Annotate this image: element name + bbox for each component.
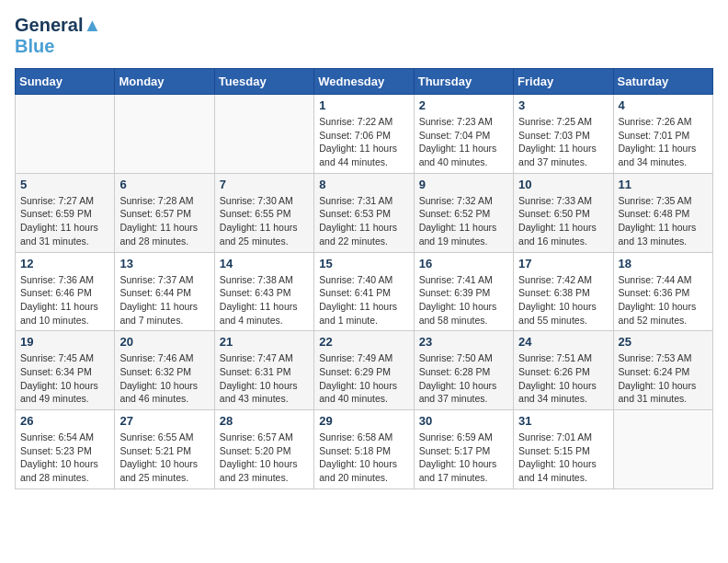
calendar-cell: 19Sunrise: 7:45 AMSunset: 6:34 PMDayligh… [16, 331, 115, 410]
day-info: Sunrise: 6:54 AMSunset: 5:23 PMDaylight:… [20, 431, 109, 485]
calendar-table: SundayMondayTuesdayWednesdayThursdayFrid… [15, 68, 713, 489]
week-row-3: 12Sunrise: 7:36 AMSunset: 6:46 PMDayligh… [16, 252, 713, 331]
day-info: Sunrise: 7:30 AMSunset: 6:55 PMDaylight:… [220, 194, 309, 248]
day-number: 12 [20, 257, 109, 270]
calendar-cell [16, 95, 115, 174]
day-header-friday: Friday [514, 69, 613, 95]
day-number: 9 [419, 178, 508, 191]
day-info: Sunrise: 6:55 AMSunset: 5:21 PMDaylight:… [119, 431, 209, 485]
day-info: Sunrise: 7:31 AMSunset: 6:53 PMDaylight:… [319, 194, 408, 248]
calendar-cell: 16Sunrise: 7:41 AMSunset: 6:39 PMDayligh… [414, 252, 513, 331]
day-number: 17 [518, 257, 608, 270]
calendar-cell: 26Sunrise: 6:54 AMSunset: 5:23 PMDayligh… [16, 410, 115, 489]
calendar-cell: 27Sunrise: 6:55 AMSunset: 5:21 PMDayligh… [115, 410, 214, 489]
day-info: Sunrise: 7:26 AMSunset: 7:01 PMDaylight:… [619, 115, 708, 169]
day-number: 10 [518, 178, 608, 191]
day-number: 23 [419, 335, 508, 349]
calendar-cell: 22Sunrise: 7:49 AMSunset: 6:29 PMDayligh… [314, 331, 414, 410]
day-info: Sunrise: 7:32 AMSunset: 6:52 PMDaylight:… [419, 194, 508, 248]
week-row-5: 26Sunrise: 6:54 AMSunset: 5:23 PMDayligh… [16, 410, 713, 489]
calendar-cell: 2Sunrise: 7:23 AMSunset: 7:04 PMDaylight… [414, 95, 513, 174]
calendar-cell: 10Sunrise: 7:33 AMSunset: 6:50 PMDayligh… [514, 173, 613, 252]
page-header: General▲Blue [15, 15, 713, 57]
calendar-cell: 30Sunrise: 6:59 AMSunset: 5:17 PMDayligh… [414, 410, 513, 489]
calendar-cell: 12Sunrise: 7:36 AMSunset: 6:46 PMDayligh… [16, 252, 115, 331]
day-info: Sunrise: 6:58 AMSunset: 5:18 PMDaylight:… [319, 431, 408, 485]
day-header-sunday: Sunday [16, 69, 115, 95]
calendar-cell: 11Sunrise: 7:35 AMSunset: 6:48 PMDayligh… [613, 173, 712, 252]
day-info: Sunrise: 7:53 AMSunset: 6:24 PMDaylight:… [619, 351, 708, 406]
day-number: 11 [619, 178, 708, 191]
day-info: Sunrise: 7:38 AMSunset: 6:43 PMDaylight:… [220, 273, 309, 327]
day-info: Sunrise: 7:42 AMSunset: 6:38 PMDaylight:… [518, 273, 608, 327]
day-number: 5 [20, 178, 109, 191]
day-number: 25 [619, 335, 708, 349]
day-number: 26 [20, 414, 109, 428]
calendar-cell: 18Sunrise: 7:44 AMSunset: 6:36 PMDayligh… [613, 252, 712, 331]
day-info: Sunrise: 7:36 AMSunset: 6:46 PMDaylight:… [20, 273, 109, 327]
day-number: 13 [119, 257, 209, 270]
calendar-cell [214, 95, 313, 174]
day-info: Sunrise: 7:27 AMSunset: 6:59 PMDaylight:… [20, 194, 109, 248]
day-number: 15 [319, 257, 408, 270]
day-number: 18 [619, 257, 708, 270]
calendar-cell: 4Sunrise: 7:26 AMSunset: 7:01 PMDaylight… [613, 95, 712, 174]
logo: General▲Blue [15, 15, 101, 57]
day-info: Sunrise: 7:46 AMSunset: 6:32 PMDaylight:… [119, 351, 209, 406]
calendar-cell: 23Sunrise: 7:50 AMSunset: 6:28 PMDayligh… [414, 331, 513, 410]
day-number: 21 [220, 335, 309, 349]
calendar-cell: 5Sunrise: 7:27 AMSunset: 6:59 PMDaylight… [16, 173, 115, 252]
day-number: 2 [419, 98, 508, 112]
day-info: Sunrise: 7:22 AMSunset: 7:06 PMDaylight:… [319, 115, 408, 169]
day-info: Sunrise: 7:35 AMSunset: 6:48 PMDaylight:… [619, 194, 708, 248]
day-info: Sunrise: 7:25 AMSunset: 7:03 PMDaylight:… [518, 115, 608, 169]
calendar-cell: 17Sunrise: 7:42 AMSunset: 6:38 PMDayligh… [514, 252, 613, 331]
calendar-cell [613, 410, 712, 489]
day-number: 22 [319, 335, 408, 349]
day-number: 6 [119, 178, 209, 191]
day-info: Sunrise: 7:33 AMSunset: 6:50 PMDaylight:… [518, 194, 608, 248]
week-row-4: 19Sunrise: 7:45 AMSunset: 6:34 PMDayligh… [16, 331, 713, 410]
calendar-cell [115, 95, 214, 174]
week-row-2: 5Sunrise: 7:27 AMSunset: 6:59 PMDaylight… [16, 173, 713, 252]
day-number: 29 [319, 414, 408, 428]
day-info: Sunrise: 7:44 AMSunset: 6:36 PMDaylight:… [619, 273, 708, 327]
calendar-cell: 25Sunrise: 7:53 AMSunset: 6:24 PMDayligh… [613, 331, 712, 410]
day-info: Sunrise: 7:40 AMSunset: 6:41 PMDaylight:… [319, 273, 408, 327]
day-info: Sunrise: 7:47 AMSunset: 6:31 PMDaylight:… [220, 351, 309, 406]
day-info: Sunrise: 7:41 AMSunset: 6:39 PMDaylight:… [419, 273, 508, 327]
day-number: 16 [419, 257, 508, 270]
calendar-cell: 28Sunrise: 6:57 AMSunset: 5:20 PMDayligh… [214, 410, 313, 489]
calendar-cell: 15Sunrise: 7:40 AMSunset: 6:41 PMDayligh… [314, 252, 414, 331]
day-header-thursday: Thursday [414, 69, 513, 95]
calendar-cell: 21Sunrise: 7:47 AMSunset: 6:31 PMDayligh… [214, 331, 313, 410]
day-number: 24 [518, 335, 608, 349]
calendar-cell: 7Sunrise: 7:30 AMSunset: 6:55 PMDaylight… [214, 173, 313, 252]
calendar-cell: 14Sunrise: 7:38 AMSunset: 6:43 PMDayligh… [214, 252, 313, 331]
calendar-cell: 9Sunrise: 7:32 AMSunset: 6:52 PMDaylight… [414, 173, 513, 252]
day-info: Sunrise: 7:49 AMSunset: 6:29 PMDaylight:… [319, 351, 408, 406]
day-info: Sunrise: 7:23 AMSunset: 7:04 PMDaylight:… [419, 115, 508, 169]
day-number: 27 [119, 414, 209, 428]
day-number: 20 [119, 335, 209, 349]
calendar-cell: 8Sunrise: 7:31 AMSunset: 6:53 PMDaylight… [314, 173, 414, 252]
week-row-1: 1Sunrise: 7:22 AMSunset: 7:06 PMDaylight… [16, 95, 713, 174]
day-info: Sunrise: 6:59 AMSunset: 5:17 PMDaylight:… [419, 431, 508, 485]
calendar-cell: 3Sunrise: 7:25 AMSunset: 7:03 PMDaylight… [514, 95, 613, 174]
day-number: 1 [319, 98, 408, 112]
day-number: 31 [518, 414, 608, 428]
day-header-tuesday: Tuesday [214, 69, 313, 95]
day-number: 8 [319, 178, 408, 191]
day-number: 4 [619, 98, 708, 112]
day-number: 7 [220, 178, 309, 191]
calendar-cell: 24Sunrise: 7:51 AMSunset: 6:26 PMDayligh… [514, 331, 613, 410]
day-info: Sunrise: 7:50 AMSunset: 6:28 PMDaylight:… [419, 351, 508, 406]
day-number: 28 [220, 414, 309, 428]
calendar-cell: 6Sunrise: 7:28 AMSunset: 6:57 PMDaylight… [115, 173, 214, 252]
day-info: Sunrise: 7:45 AMSunset: 6:34 PMDaylight:… [20, 351, 109, 406]
day-header-wednesday: Wednesday [314, 69, 414, 95]
calendar-cell: 1Sunrise: 7:22 AMSunset: 7:06 PMDaylight… [314, 95, 414, 174]
day-header-saturday: Saturday [613, 69, 712, 95]
calendar-cell: 20Sunrise: 7:46 AMSunset: 6:32 PMDayligh… [115, 331, 214, 410]
calendar-header-row: SundayMondayTuesdayWednesdayThursdayFrid… [16, 69, 713, 95]
